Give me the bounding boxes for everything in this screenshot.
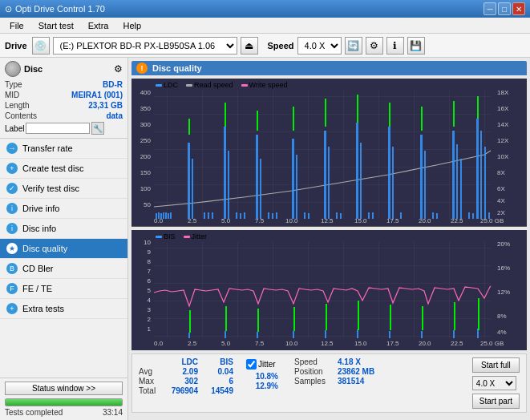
svg-rect-75 — [472, 213, 474, 219]
svg-rect-131 — [326, 304, 327, 330]
position-value: 23862 MB — [338, 367, 374, 376]
ldc-avg: 2.09 — [166, 367, 198, 376]
svg-rect-88 — [453, 101, 455, 127]
svg-rect-117 — [188, 333, 190, 338]
svg-text:7: 7 — [148, 268, 152, 275]
sidebar-item-disc-info[interactable]: i Disc info — [0, 219, 127, 239]
svg-text:9: 9 — [148, 248, 152, 256]
svg-rect-84 — [325, 99, 326, 127]
svg-rect-35 — [170, 212, 172, 219]
svg-rect-50 — [272, 213, 273, 219]
ldc-header: LDC — [166, 357, 198, 366]
svg-rect-76 — [476, 119, 479, 219]
svg-text:8: 8 — [148, 258, 152, 265]
svg-text:22.5: 22.5 — [451, 340, 463, 347]
sidebar-item-drive-info[interactable]: i Drive info — [0, 199, 127, 219]
svg-text:10: 10 — [144, 239, 151, 246]
menu-help[interactable]: Help — [116, 19, 148, 32]
svg-text:12.5: 12.5 — [321, 340, 334, 347]
upper-chart: LDC Read speed Write speed — [131, 79, 527, 227]
speed-select[interactable]: 4.0 X — [297, 37, 342, 55]
start-full-button[interactable]: Start full — [472, 357, 520, 373]
sidebar-item-create-test-disc[interactable]: + Create test disc — [0, 159, 127, 179]
svg-text:8X: 8X — [497, 169, 505, 176]
menu-extra[interactable]: Extra — [82, 19, 115, 32]
samples-value: 381514 — [338, 377, 364, 386]
jitter-checkbox[interactable] — [246, 359, 257, 370]
extra-tests-label: Extra tests — [22, 304, 64, 313]
disc-quality-title: Disc quality — [152, 63, 202, 73]
progress-fill — [6, 399, 122, 406]
start-speed-select[interactable]: 4.0 X 2.0 X 8.0 X — [472, 376, 516, 390]
status-window-button[interactable]: Status window >> — [5, 382, 123, 395]
sidebar-item-disc-quality[interactable]: ★ Disc quality — [0, 239, 127, 259]
svg-rect-34 — [168, 213, 169, 219]
label-input[interactable] — [26, 123, 90, 134]
disc-title: Disc — [24, 64, 42, 74]
svg-rect-71 — [452, 131, 455, 219]
menu-file[interactable]: File — [3, 19, 30, 32]
save-button[interactable]: 💾 — [407, 37, 425, 55]
svg-rect-90 — [154, 242, 491, 338]
svg-text:2X: 2X — [497, 209, 505, 216]
sidebar-item-extra-tests[interactable]: + Extra tests — [0, 299, 127, 319]
fe-te-icon: F — [6, 283, 18, 294]
start-part-button[interactable]: Start part — [472, 394, 520, 409]
svg-rect-59 — [340, 213, 342, 219]
svg-text:4: 4 — [148, 297, 152, 304]
svg-rect-130 — [293, 307, 295, 331]
svg-text:300: 300 — [140, 121, 152, 128]
refresh-button[interactable]: 🔄 — [345, 37, 362, 55]
svg-text:4%: 4% — [497, 329, 507, 336]
label-edit-button[interactable]: 🔧 — [91, 122, 104, 135]
svg-text:2: 2 — [148, 316, 152, 323]
maximize-button[interactable]: □ — [498, 2, 511, 15]
svg-rect-124 — [421, 331, 423, 338]
sidebar-item-verify-test-disc[interactable]: ✓ Verify test disc — [0, 179, 127, 199]
svg-rect-136 — [478, 298, 479, 330]
svg-rect-133 — [390, 305, 391, 330]
nav-list: → Transfer rate + Create test disc ✓ Ver… — [0, 139, 127, 378]
ldc-total: 796904 — [166, 386, 198, 395]
type-value: BD-R — [103, 80, 123, 89]
sidebar-item-transfer-rate[interactable]: → Transfer rate — [0, 139, 127, 159]
upper-chart-svg: 400 350 300 250 200 150 100 50 18X 16X 1… — [131, 79, 524, 227]
svg-rect-48 — [260, 159, 261, 219]
svg-rect-56 — [324, 131, 326, 219]
svg-text:8%: 8% — [497, 313, 507, 320]
transfer-rate-icon: → — [6, 143, 18, 154]
svg-rect-135 — [454, 302, 455, 330]
svg-rect-62 — [368, 212, 370, 219]
sidebar-item-fe-te[interactable]: F FE / TE — [0, 279, 127, 299]
eject-button[interactable]: ⏏ — [241, 37, 258, 55]
svg-text:18X: 18X — [497, 89, 509, 96]
toolbar: Drive 💿 (E:) PLEXTOR BD-R PX-LB950SA 1.0… — [0, 34, 530, 58]
speed-info-label: Speed — [294, 357, 334, 366]
minimize-button[interactable]: ─ — [483, 2, 496, 15]
info-button[interactable]: ℹ — [386, 37, 404, 55]
drive-select[interactable]: (E:) PLEXTOR BD-R PX-LB950SA 1.06 — [53, 37, 237, 55]
sidebar-item-cd-bler[interactable]: B CD Bler — [0, 259, 127, 279]
drive-icon: 💿 — [32, 37, 50, 55]
svg-text:1: 1 — [148, 325, 152, 333]
create-test-disc-icon: + — [6, 163, 18, 174]
svg-rect-37 — [192, 159, 193, 219]
close-button[interactable]: ✕ — [512, 2, 525, 15]
mid-value: MEIRA1 (001) — [71, 91, 123, 99]
svg-rect-119 — [257, 332, 258, 338]
bis-avg: 0.04 — [201, 367, 233, 376]
svg-text:10.0: 10.0 — [285, 340, 298, 347]
status-bar: Status window >> Tests completed 33:14 — [0, 378, 127, 420]
settings-button[interactable]: ⚙ — [366, 37, 383, 55]
drive-label: Drive — [5, 41, 27, 50]
svg-rect-41 — [224, 127, 226, 219]
svg-rect-47 — [256, 135, 258, 219]
svg-rect-86 — [389, 103, 390, 127]
ldc-max: 302 — [166, 377, 198, 386]
menu-start-test[interactable]: Start test — [32, 19, 80, 32]
svg-rect-46 — [244, 212, 245, 219]
svg-rect-51 — [276, 212, 277, 219]
speed-label: Speed — [268, 41, 294, 50]
svg-rect-54 — [304, 212, 305, 219]
svg-text:6X: 6X — [497, 185, 505, 192]
